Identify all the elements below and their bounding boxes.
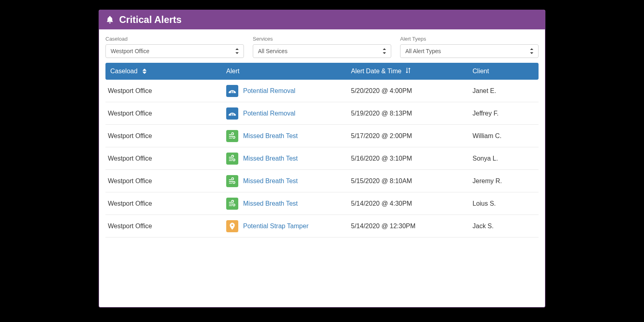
col-header-alert-label: Alert	[226, 68, 239, 74]
datetime-text: 5/16/2020 @ 3:10PM	[351, 155, 412, 162]
cell-alert: Potential Removal	[226, 85, 351, 97]
filter-services-label: Services	[253, 36, 391, 42]
cell-alert: Potential Strap Tamper	[226, 220, 351, 232]
client-text: Sonya L.	[473, 155, 498, 162]
caseload-text: Westport Office	[108, 132, 152, 140]
filter-caseload-label: Caseload	[105, 36, 244, 42]
sort-icon	[142, 69, 147, 74]
chevron-updown-icon	[235, 48, 239, 54]
datetime-text: 5/14/2020 @ 12:30PM	[351, 223, 415, 230]
select-alert-types[interactable]: All Alert Types	[400, 44, 539, 58]
bridge-icon	[226, 107, 238, 120]
filter-alert-types-label: Alert Tyeps	[400, 36, 539, 42]
wind-icon	[226, 198, 238, 210]
col-header-caseload[interactable]: Caseload	[105, 68, 226, 75]
caseload-text: Westport Office	[108, 110, 152, 117]
client-text: Jack S.	[473, 223, 493, 229]
cell-alert: Potential Removal	[226, 107, 351, 120]
caseload-text: Westport Office	[108, 223, 152, 230]
chevron-updown-icon	[383, 48, 387, 54]
wind-icon	[226, 130, 238, 142]
table-row: Westport OfficePotential Removal5/20/202…	[105, 80, 539, 102]
table-row: Westport OfficeMissed Breath Test5/16/20…	[105, 147, 539, 170]
sort-arrows-icon	[405, 67, 412, 76]
cell-caseload: Westport Office	[105, 200, 226, 207]
table-row: Westport OfficeMissed Breath Test5/15/20…	[105, 170, 539, 192]
panel-title: Critical Alerts	[119, 14, 182, 25]
client-text: Jeffrey F.	[473, 110, 499, 117]
filter-alert-types: Alert Tyeps All Alert Types	[400, 36, 539, 58]
cell-client: William C.	[473, 132, 539, 140]
col-header-alert[interactable]: Alert	[226, 68, 351, 75]
col-header-datetime[interactable]: Alert Date & Time	[351, 67, 473, 76]
caseload-text: Westport Office	[108, 155, 152, 162]
wind-icon	[226, 175, 238, 187]
alert-link[interactable]: Potential Removal	[243, 110, 295, 117]
caseload-text: Westport Office	[108, 87, 152, 95]
alert-link[interactable]: Potential Removal	[243, 87, 295, 95]
cell-client: Sonya L.	[473, 155, 539, 162]
select-caseload[interactable]: Westport Office	[105, 44, 244, 58]
datetime-text: 5/17/2020 @ 2:00PM	[351, 132, 412, 140]
datetime-text: 5/19/2020 @ 8:13PM	[351, 110, 412, 117]
client-text: Janet E.	[473, 87, 496, 94]
cell-datetime: 5/14/2020 @ 4:30PM	[351, 200, 473, 207]
bridge-icon	[226, 85, 238, 97]
cell-client: Jeremy R.	[473, 178, 539, 185]
cell-caseload: Westport Office	[105, 87, 226, 95]
cell-alert: Missed Breath Test	[226, 198, 351, 210]
alert-link[interactable]: Missed Breath Test	[243, 132, 298, 140]
cell-datetime: 5/15/2020 @ 8:10AM	[351, 178, 473, 185]
select-services-value: All Services	[258, 48, 287, 54]
cell-datetime: 5/17/2020 @ 2:00PM	[351, 132, 473, 140]
cell-datetime: 5/16/2020 @ 3:10PM	[351, 155, 473, 162]
cell-alert: Missed Breath Test	[226, 175, 351, 187]
table-body: Westport OfficePotential Removal5/20/202…	[105, 80, 539, 237]
filter-caseload: Caseload Westport Office	[105, 36, 244, 58]
table-row: Westport OfficeMissed Breath Test5/14/20…	[105, 192, 539, 215]
cell-alert: Missed Breath Test	[226, 153, 351, 165]
panel-header: Critical Alerts	[99, 10, 545, 29]
cell-caseload: Westport Office	[105, 132, 226, 140]
filter-services: Services All Services	[253, 36, 391, 58]
critical-alerts-panel: Critical Alerts Caseload Westport Office…	[99, 10, 545, 308]
table-row: Westport OfficePotential Removal5/19/202…	[105, 102, 539, 125]
cell-caseload: Westport Office	[105, 110, 226, 117]
col-header-caseload-label: Caseload	[110, 68, 138, 75]
cell-datetime: 5/20/2020 @ 4:00PM	[351, 87, 473, 95]
cell-datetime: 5/14/2020 @ 12:30PM	[351, 223, 473, 230]
chevron-updown-icon	[530, 48, 534, 54]
filters-row: Caseload Westport Office Services All Se…	[99, 29, 545, 63]
table-header: Caseload Alert Alert Date & Time Client	[105, 63, 539, 80]
cell-client: Jeffrey F.	[473, 110, 539, 117]
alert-link[interactable]: Missed Breath Test	[243, 178, 298, 185]
select-caseload-value: Westport Office	[111, 48, 149, 54]
cell-datetime: 5/19/2020 @ 8:13PM	[351, 110, 473, 117]
client-text: Loius S.	[473, 200, 496, 207]
alert-link[interactable]: Missed Breath Test	[243, 155, 298, 162]
table-row: Westport OfficePotential Strap Tamper5/1…	[105, 215, 539, 237]
alert-link[interactable]: Potential Strap Tamper	[243, 223, 308, 230]
select-alert-types-value: All Alert Types	[405, 48, 441, 54]
datetime-text: 5/20/2020 @ 4:00PM	[351, 87, 412, 95]
cell-client: Janet E.	[473, 87, 539, 95]
col-header-datetime-label: Alert Date & Time	[351, 68, 401, 75]
datetime-text: 5/15/2020 @ 8:10AM	[351, 178, 412, 185]
alert-link[interactable]: Missed Breath Test	[243, 200, 298, 207]
cell-alert: Missed Breath Test	[226, 130, 351, 142]
cell-client: Jack S.	[473, 223, 539, 230]
alerts-table: Caseload Alert Alert Date & Time Client …	[99, 63, 545, 244]
datetime-text: 5/14/2020 @ 4:30PM	[351, 200, 412, 207]
caseload-text: Westport Office	[108, 200, 152, 207]
wind-icon	[226, 153, 238, 165]
table-row: Westport OfficeMissed Breath Test5/17/20…	[105, 125, 539, 147]
col-header-client-label: Client	[473, 68, 489, 74]
caseload-text: Westport Office	[108, 178, 152, 185]
client-text: Jeremy R.	[473, 178, 502, 184]
client-text: William C.	[473, 132, 502, 139]
map-pin-icon	[226, 220, 238, 232]
cell-caseload: Westport Office	[105, 223, 226, 230]
col-header-client[interactable]: Client	[473, 68, 539, 75]
cell-caseload: Westport Office	[105, 155, 226, 162]
select-services[interactable]: All Services	[253, 44, 391, 58]
